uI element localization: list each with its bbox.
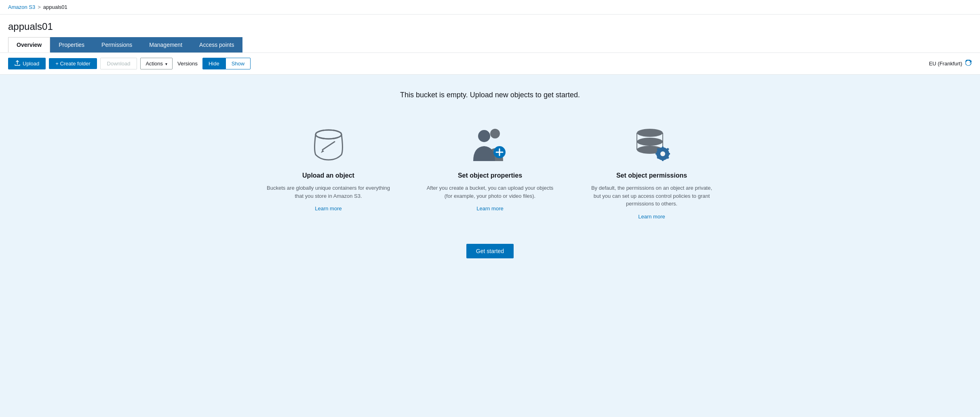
feature-card-upload: Upload an object Buckets are globally un… <box>264 124 393 212</box>
tab-properties[interactable]: Properties <box>50 37 93 52</box>
tab-access-points[interactable]: Access points <box>191 37 242 52</box>
svg-point-5 <box>478 130 490 142</box>
svg-point-13 <box>660 151 665 156</box>
feature-permissions-desc: By default, the permissions on an object… <box>587 184 717 208</box>
svg-point-10 <box>637 138 663 146</box>
upload-button[interactable]: Upload <box>8 58 46 69</box>
feature-properties-learn-more[interactable]: Learn more <box>476 205 503 212</box>
tab-management[interactable]: Management <box>141 37 191 52</box>
feature-card-permissions: Set object permissions By default, the p… <box>587 124 717 220</box>
actions-label: Actions <box>145 61 163 67</box>
download-button[interactable]: Download <box>100 58 137 69</box>
set-permissions-icon <box>628 124 676 164</box>
page-title: appuals01 <box>8 21 972 32</box>
create-folder-label: + Create folder <box>55 61 90 67</box>
feature-permissions-title: Set object permissions <box>616 172 687 179</box>
svg-rect-17 <box>668 153 670 155</box>
svg-line-2 <box>322 142 335 150</box>
upload-label: Upload <box>23 61 39 67</box>
download-label: Download <box>107 61 131 67</box>
feature-upload-title: Upload an object <box>302 172 354 179</box>
breadcrumb-separator: > <box>38 4 41 10</box>
svg-point-4 <box>490 129 500 138</box>
breadcrumb-parent-link[interactable]: Amazon S3 <box>8 4 35 10</box>
upload-object-icon <box>304 124 353 164</box>
versions-label: Versions <box>177 61 198 67</box>
svg-point-9 <box>637 129 663 137</box>
refresh-icon[interactable] <box>965 60 972 68</box>
feature-upload-learn-more[interactable]: Learn more <box>315 205 341 212</box>
tabs-bar: Overview Properties Permissions Manageme… <box>8 37 972 52</box>
svg-rect-15 <box>662 159 664 161</box>
hide-button[interactable]: Hide <box>202 58 226 69</box>
svg-rect-16 <box>655 153 658 155</box>
main-content: This bucket is empty. Upload new objects… <box>0 75 980 417</box>
toolbar: Upload + Create folder Download Actions … <box>0 53 980 75</box>
create-folder-button[interactable]: + Create folder <box>49 58 97 69</box>
hide-show-toggle: Hide Show <box>202 58 251 69</box>
svg-rect-14 <box>662 147 664 149</box>
actions-button[interactable]: Actions <box>140 58 173 69</box>
svg-point-1 <box>316 130 341 139</box>
tab-permissions[interactable]: Permissions <box>93 37 141 52</box>
page-header: appuals01 Overview Properties Permission… <box>0 15 980 53</box>
region-label: EU (Frankfurt) <box>929 61 962 67</box>
feature-permissions-learn-more[interactable]: Learn more <box>638 214 665 220</box>
tab-overview[interactable]: Overview <box>8 37 50 52</box>
svg-marker-3 <box>321 150 324 153</box>
breadcrumb-bar: Amazon S3 > appuals01 <box>0 0 980 15</box>
set-properties-icon <box>466 124 514 164</box>
feature-properties-desc: After you create a bucket, you can uploa… <box>426 184 555 200</box>
features-row: Upload an object Buckets are globally un… <box>248 124 733 220</box>
show-button[interactable]: Show <box>226 58 251 69</box>
feature-properties-title: Set object properties <box>458 172 522 179</box>
get-started-button[interactable]: Get started <box>466 244 514 258</box>
breadcrumb-current: appuals01 <box>43 4 67 10</box>
feature-upload-desc: Buckets are globally unique containers f… <box>264 184 393 200</box>
toolbar-right: EU (Frankfurt) <box>929 60 972 68</box>
feature-card-properties: Set object properties After you create a… <box>426 124 555 212</box>
empty-message: This bucket is empty. Upload new objects… <box>400 91 580 99</box>
upload-icon <box>15 60 20 67</box>
actions-chevron-icon <box>165 61 167 67</box>
